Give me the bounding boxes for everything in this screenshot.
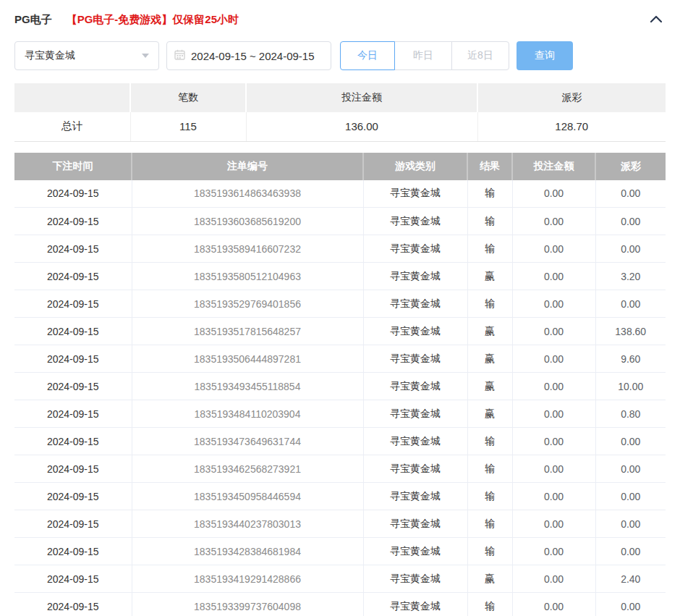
table-row: 2024-09-15 1835193580512104963 寻宝黄金城 赢 0… xyxy=(14,263,666,290)
pg-records-panel: PG电子 【PG电子-免费游戏】仅保留25小时 寻宝黄金城 xyxy=(0,0,680,616)
table-row: 2024-09-15 1835193493455118854 寻宝黄金城 赢 0… xyxy=(14,373,666,400)
cell-result: 输 xyxy=(467,290,512,318)
cell-game-type: 寻宝黄金城 xyxy=(363,180,467,208)
table-row: 2024-09-15 1835193399737604098 寻宝黄金城 输 0… xyxy=(14,593,666,616)
cell-bet-time: 2024-09-15 xyxy=(14,510,132,538)
cell-bet-amount: 0.00 xyxy=(512,180,595,208)
cell-bet-time: 2024-09-15 xyxy=(14,400,132,428)
cell-result: 赢 xyxy=(467,373,512,400)
summary-col-bet-amount: 投注金额 xyxy=(246,83,477,112)
table-row: 2024-09-15 1835193614863463938 寻宝黄金城 输 0… xyxy=(14,180,666,208)
cell-payout: 0.00 xyxy=(595,538,666,565)
cell-bet-time: 2024-09-15 xyxy=(14,565,132,593)
cell-bet-amount: 0.00 xyxy=(512,428,595,455)
table-row: 2024-09-15 1835193517815648257 寻宝黄金城 赢 0… xyxy=(14,318,666,345)
table-row: 2024-09-15 1835193603685619200 寻宝黄金城 输 0… xyxy=(14,208,666,235)
cell-game-type: 寻宝黄金城 xyxy=(363,345,467,373)
cell-result: 输 xyxy=(467,235,512,263)
cell-bet-id: 1835193493455118854 xyxy=(132,373,363,400)
cell-bet-id: 1835193440237803013 xyxy=(132,510,363,538)
cell-result: 输 xyxy=(467,538,512,565)
cell-bet-amount: 0.00 xyxy=(512,208,595,235)
cell-bet-time: 2024-09-15 xyxy=(14,290,132,318)
date-range-input[interactable]: 2024-09-15 ~ 2024-09-15 xyxy=(166,41,331,70)
table-row: 2024-09-15 1835193506444897281 寻宝黄金城 赢 0… xyxy=(14,345,666,373)
cell-game-type: 寻宝黄金城 xyxy=(363,510,467,538)
chevron-up-icon xyxy=(650,13,663,26)
cell-payout: 3.20 xyxy=(595,263,666,290)
cell-game-type: 寻宝黄金城 xyxy=(363,208,467,235)
cell-bet-id: 1835193462568273921 xyxy=(132,455,363,483)
cell-bet-amount: 0.00 xyxy=(512,483,595,510)
cell-bet-amount: 0.00 xyxy=(512,538,595,565)
cell-bet-amount: 0.00 xyxy=(512,235,595,263)
panel-header: PG电子 【PG电子-免费游戏】仅保留25小时 xyxy=(14,0,666,28)
cell-payout: 0.00 xyxy=(595,483,666,510)
search-button[interactable]: 查询 xyxy=(517,41,573,70)
cell-bet-amount: 0.00 xyxy=(512,373,595,400)
cell-bet-id: 1835193484110203904 xyxy=(132,400,363,428)
cell-payout: 138.60 xyxy=(595,318,666,345)
summary-total-count: 115 xyxy=(130,112,246,141)
last-8-days-button[interactable]: 近8日 xyxy=(451,41,509,70)
chevron-down-icon xyxy=(142,54,149,58)
collapse-button[interactable] xyxy=(647,10,666,29)
table-row: 2024-09-15 1835193484110203904 寻宝黄金城 赢 0… xyxy=(14,400,666,428)
cell-bet-id: 1835193506444897281 xyxy=(132,345,363,373)
bets-header-row: 下注时间 注单编号 游戏类别 结果 投注金额 派彩 xyxy=(14,153,666,180)
table-row: 2024-09-15 1835193473649631744 寻宝黄金城 输 0… xyxy=(14,428,666,455)
summary-total-label: 总计 xyxy=(14,112,130,141)
cell-bet-id: 1835193589416607232 xyxy=(132,235,363,263)
cell-bet-id: 1835193580512104963 xyxy=(132,263,363,290)
cell-result: 输 xyxy=(467,455,512,483)
cell-bet-id: 1835193614863463938 xyxy=(132,180,363,208)
cell-bet-id: 1835193473649631744 xyxy=(132,428,363,455)
cell-bet-time: 2024-09-15 xyxy=(14,208,132,235)
cell-bet-time: 2024-09-15 xyxy=(14,483,132,510)
table-row: 2024-09-15 1835193529769401856 寻宝黄金城 输 0… xyxy=(14,290,666,318)
cell-result: 赢 xyxy=(467,345,512,373)
cell-payout: 0.00 xyxy=(595,235,666,263)
cell-bet-amount: 0.00 xyxy=(512,290,595,318)
today-button[interactable]: 今日 xyxy=(340,41,395,70)
cell-bet-time: 2024-09-15 xyxy=(14,373,132,400)
cell-game-type: 寻宝黄金城 xyxy=(363,538,467,565)
cell-payout: 0.00 xyxy=(595,428,666,455)
col-payout: 派彩 xyxy=(595,153,666,180)
col-game-type: 游戏类别 xyxy=(363,153,467,180)
summary-total-row: 总计 115 136.00 128.70 xyxy=(14,112,666,141)
table-row: 2024-09-15 1835193450958446594 寻宝黄金城 输 0… xyxy=(14,483,666,510)
yesterday-button[interactable]: 昨日 xyxy=(394,41,452,70)
cell-payout: 0.00 xyxy=(595,455,666,483)
cell-bet-id: 1835193603685619200 xyxy=(132,208,363,235)
calendar-icon xyxy=(174,49,185,63)
cell-bet-time: 2024-09-15 xyxy=(14,180,132,208)
summary-col-count: 笔数 xyxy=(130,83,246,112)
cell-game-type: 寻宝黄金城 xyxy=(363,290,467,318)
cell-result: 输 xyxy=(467,483,512,510)
game-select[interactable]: 寻宝黄金城 xyxy=(14,41,159,70)
table-row: 2024-09-15 1835193462568273921 寻宝黄金城 输 0… xyxy=(14,455,666,483)
cell-payout: 10.00 xyxy=(595,373,666,400)
cell-game-type: 寻宝黄金城 xyxy=(363,400,467,428)
cell-result: 赢 xyxy=(467,400,512,428)
cell-bet-amount: 0.00 xyxy=(512,400,595,428)
cell-bet-time: 2024-09-15 xyxy=(14,428,132,455)
cell-bet-id: 1835193428384681984 xyxy=(132,538,363,565)
cell-result: 输 xyxy=(467,593,512,616)
summary-total-bet-amount: 136.00 xyxy=(246,112,477,141)
cell-game-type: 寻宝黄金城 xyxy=(363,263,467,290)
cell-payout: 2.40 xyxy=(595,565,666,593)
cell-bet-time: 2024-09-15 xyxy=(14,538,132,565)
cell-result: 输 xyxy=(467,510,512,538)
cell-game-type: 寻宝黄金城 xyxy=(363,483,467,510)
game-select-value: 寻宝黄金城 xyxy=(25,49,142,62)
col-bet-amount: 投注金额 xyxy=(512,153,595,180)
cell-bet-time: 2024-09-15 xyxy=(14,318,132,345)
cell-payout: 0.80 xyxy=(595,400,666,428)
cell-payout: 0.00 xyxy=(595,208,666,235)
cell-result: 输 xyxy=(467,428,512,455)
cell-bet-time: 2024-09-15 xyxy=(14,455,132,483)
summary-table: 笔数 投注金额 派彩 总计 115 136.00 128.70 xyxy=(14,83,666,142)
cell-bet-id: 1835193419291428866 xyxy=(132,565,363,593)
